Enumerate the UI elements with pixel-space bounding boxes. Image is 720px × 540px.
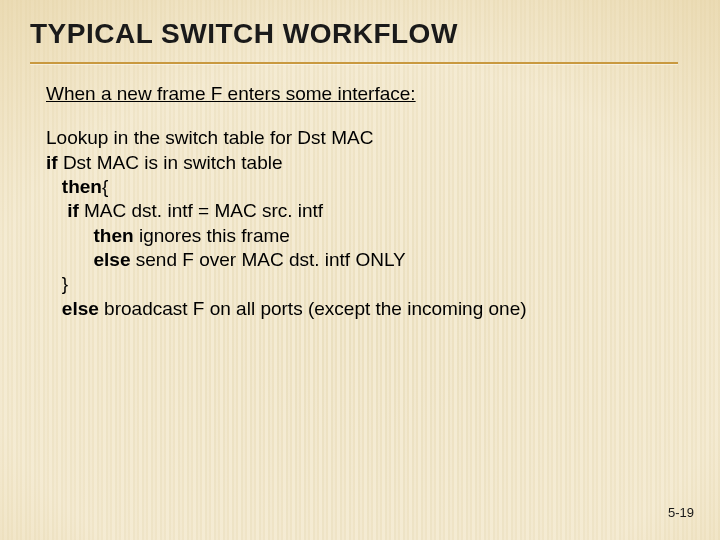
kw-if-2: if <box>67 200 79 221</box>
intro-line: When a new frame F enters some interface… <box>46 82 666 106</box>
slide-body: When a new frame F enters some interface… <box>46 82 666 321</box>
algo-line-6-pre <box>46 249 94 270</box>
algo-line-7: } <box>46 273 68 294</box>
algo-line-4-rest: MAC dst. intf = MAC src. intf <box>79 200 323 221</box>
kw-then-1: then <box>62 176 102 197</box>
slide-title: TYPICAL SWITCH WORKFLOW <box>30 18 458 50</box>
algo-line-8-pre <box>46 298 62 319</box>
kw-if-1: if <box>46 152 58 173</box>
algo-line-8-rest: broadcast F on all ports (except the inc… <box>99 298 527 319</box>
algo-line-6-rest: send F over MAC dst. intf ONLY <box>131 249 406 270</box>
title-underline <box>30 62 678 64</box>
algorithm-block: Lookup in the switch table for Dst MAC i… <box>46 126 666 321</box>
algo-line-4-pre <box>46 200 67 221</box>
algo-line-1: Lookup in the switch table for Dst MAC <box>46 127 373 148</box>
kw-then-2: then <box>94 225 134 246</box>
algo-line-5-pre <box>46 225 94 246</box>
algo-line-3-rest: { <box>102 176 108 197</box>
algo-line-5-rest: ignores this frame <box>134 225 290 246</box>
page-number: 5-19 <box>668 505 694 520</box>
kw-else-1: else <box>94 249 131 270</box>
kw-else-2: else <box>62 298 99 319</box>
algo-line-2-rest: Dst MAC is in switch table <box>58 152 283 173</box>
